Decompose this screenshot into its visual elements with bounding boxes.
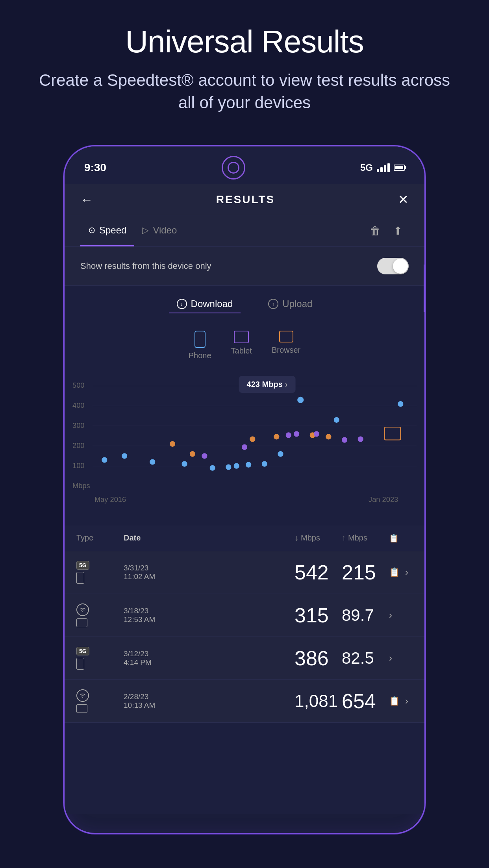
filter-row: ↓ Download ↑ Upload	[65, 286, 424, 323]
svg-point-27	[190, 451, 195, 457]
svg-point-23	[297, 397, 304, 403]
phone-container: 9:30 5G ← RESULTS	[0, 145, 489, 834]
phone-device-icon	[194, 331, 206, 348]
network-label: 5G	[360, 162, 373, 173]
row4-type	[76, 689, 124, 713]
chart-svg: 500 400 300 200 100 Mbps May 2016 Jan 20…	[72, 376, 417, 512]
tab-video[interactable]: ▷ Video	[134, 215, 185, 246]
row4-date: 2/28/2310:13 AM	[124, 692, 295, 710]
upload-col-icon: ↑	[342, 533, 346, 542]
svg-point-26	[170, 441, 175, 447]
toggle-row: Show results from this device only	[65, 247, 424, 286]
row3-download: 386	[295, 646, 342, 670]
row3-type: 5G	[76, 647, 124, 670]
row1-device-icon	[76, 572, 84, 584]
svg-text:400: 400	[72, 402, 85, 410]
chart-tooltip-value: 423 Mbps	[247, 380, 283, 389]
svg-point-29	[274, 434, 279, 440]
upload-filter-label: Upload	[282, 298, 312, 309]
row1-note-icon: 📋	[389, 567, 400, 577]
row2-chevron[interactable]: ›	[389, 610, 392, 621]
row4-chevron[interactable]: ›	[405, 696, 408, 707]
signal-bars	[377, 163, 390, 172]
row3-device-icon	[76, 658, 84, 670]
delete-button[interactable]: 🗑	[363, 220, 387, 242]
row1-5g-badge: 5G	[76, 561, 89, 570]
table-section: Type Date ↓ Mbps ↑ Mbps 📋 5G	[65, 526, 424, 723]
row4-upload: 654	[342, 689, 389, 713]
phone-frame: 9:30 5G ← RESULTS	[63, 145, 426, 834]
row1-date: 3/31/2311:02 AM	[124, 564, 295, 581]
browser-device-icon	[279, 331, 293, 342]
row3-actions: ›	[389, 653, 413, 664]
svg-point-17	[210, 465, 215, 471]
tab-speed[interactable]: ⊙ Speed	[80, 215, 134, 246]
speed-tab-label: Speed	[99, 225, 126, 236]
svg-text:Jan 2023: Jan 2023	[369, 495, 398, 503]
share-button[interactable]: ⬆	[387, 220, 409, 242]
svg-text:100: 100	[72, 461, 85, 470]
status-center-icon	[222, 156, 245, 180]
row1-type: 5G	[76, 561, 124, 584]
row1-upload: 215	[342, 561, 389, 584]
main-title: Universal Results	[31, 24, 458, 60]
svg-point-39	[358, 437, 363, 442]
table-row[interactable]: 2/28/2310:13 AM 1,081 654 📋 ›	[65, 680, 424, 723]
row1-chevron[interactable]: ›	[405, 567, 408, 578]
svg-point-31	[326, 434, 331, 440]
svg-point-18	[226, 465, 231, 470]
chart-tooltip[interactable]: 423 Mbps	[239, 376, 296, 393]
svg-point-20	[246, 462, 251, 468]
toggle-thumb	[393, 259, 408, 274]
back-button[interactable]: ←	[80, 192, 93, 207]
battery-fill	[395, 166, 403, 169]
row4-note-icon: 📋	[389, 696, 400, 706]
row3-chevron[interactable]: ›	[389, 653, 392, 664]
video-tab-label: Video	[153, 225, 177, 236]
row3-date: 3/12/234:14 PM	[124, 650, 295, 667]
tablet-device-icon	[234, 331, 249, 343]
svg-point-33	[202, 453, 207, 459]
video-tab-icon: ▷	[142, 225, 149, 235]
svg-text:Mbps: Mbps	[72, 481, 90, 490]
download-filter-label: Download	[191, 298, 233, 309]
svg-point-38	[342, 437, 347, 443]
status-center-inner	[228, 162, 239, 174]
col-download: ↓ Mbps	[295, 533, 342, 543]
tablet-device-btn[interactable]: Tablet	[231, 331, 252, 360]
tabs-bar: ⊙ Speed ▷ Video 🗑 ⬆	[65, 215, 424, 247]
upload-filter-icon: ↑	[268, 299, 278, 309]
download-filter-icon: ↓	[177, 299, 187, 309]
row4-device-icon	[76, 704, 87, 713]
tablet-device-label: Tablet	[231, 346, 252, 355]
close-button[interactable]: ✕	[398, 192, 409, 207]
row3-upload: 82.5	[342, 649, 389, 668]
browser-device-btn[interactable]: Browser	[272, 331, 300, 360]
chart-area: 423 Mbps 500 400 300 200 100 Mbps	[65, 368, 424, 526]
upload-filter-btn[interactable]: ↑ Upload	[260, 295, 320, 313]
download-filter-btn[interactable]: ↓ Download	[169, 295, 241, 313]
battery-icon	[394, 165, 405, 171]
svg-point-19	[234, 463, 239, 469]
nav-bar: ← RESULTS ✕	[65, 184, 424, 215]
table-row[interactable]: 5G 3/12/234:14 PM 386 82.5 ›	[65, 637, 424, 680]
table-row[interactable]: 3/18/2312:53 AM 315 89.7 ›	[65, 594, 424, 637]
svg-text:500: 500	[72, 381, 85, 390]
svg-point-37	[314, 431, 319, 437]
col-date: Date	[124, 533, 295, 543]
row4-actions: 📋 ›	[389, 696, 413, 707]
row4-download: 1,081	[295, 691, 342, 711]
svg-point-34	[242, 444, 247, 450]
status-bar: 9:30 5G	[65, 146, 424, 184]
phone-device-btn[interactable]: Phone	[189, 331, 211, 360]
row2-date: 3/18/2312:53 AM	[124, 607, 295, 624]
svg-rect-32	[385, 427, 401, 440]
row4-wifi-badge	[76, 689, 89, 702]
table-row[interactable]: 5G 3/31/2311:02 AM 542 215 📋 ›	[65, 551, 424, 594]
toggle-label: Show results from this device only	[80, 261, 211, 271]
browser-device-label: Browser	[272, 346, 300, 355]
note-header-icon: 📋	[389, 533, 399, 543]
col-upload: ↑ Mbps	[342, 533, 389, 543]
device-toggle[interactable]	[377, 258, 409, 274]
download-col-icon: ↓	[295, 533, 298, 542]
